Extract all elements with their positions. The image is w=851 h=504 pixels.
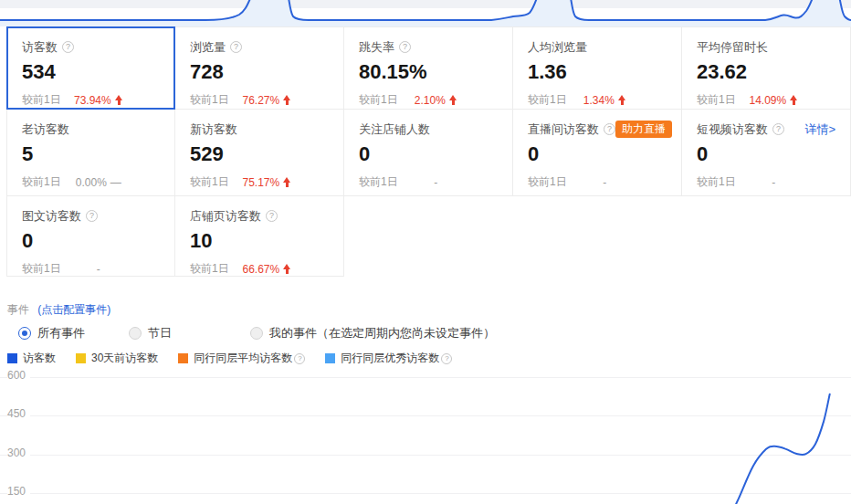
metric-card-head: 新访客数 [190, 121, 329, 137]
metric-label: 跳失率 [359, 39, 394, 56]
trend-up-icon [283, 95, 291, 105]
metric-card-head: 直播间访客数?助力直播 [528, 121, 667, 137]
metric-cards-grid: 访客数?534较前1日73.94%浏览量?728较前1日76.27%跳失率?80… [6, 26, 851, 277]
empty-cell [344, 196, 513, 277]
metric-card-bounce-rate[interactable]: 跳失率?80.15%较前1日2.10% [344, 26, 513, 110]
metric-card-head: 关注店铺人数 [359, 121, 498, 137]
info-icon[interactable]: ? [266, 210, 278, 222]
metric-label: 访客数 [22, 39, 58, 56]
metric-card-pageviews[interactable]: 浏览量?728较前1日76.27% [175, 26, 344, 110]
info-icon[interactable]: ? [604, 123, 615, 135]
legend-item-2[interactable]: 同行同层平均访客数? [178, 351, 305, 366]
metric-value: 0 [22, 229, 160, 253]
no-data-dash: - [603, 176, 606, 189]
metric-card-head: 跳失率? [359, 39, 498, 55]
no-data-dash: - [97, 263, 100, 276]
visitors-trend-chart: 600450300150 [0, 365, 851, 504]
metric-card-livestream-visitors[interactable]: 直播间访客数?助力直播0较前1日- [513, 110, 682, 196]
metric-card-head: 店铺页访客数? [190, 208, 329, 224]
compare-change: 2.10% [398, 94, 498, 107]
trend-up-icon [115, 95, 123, 105]
info-icon[interactable]: ? [230, 41, 242, 53]
metric-card-avg-stay-duration[interactable]: 平均停留时长23.62较前1日14.09% [682, 26, 851, 110]
compare-change-value: 1.34% [583, 94, 615, 107]
legend-item-1[interactable]: 30天前访客数 [76, 351, 158, 366]
metric-card-head: 访客数? [22, 39, 160, 55]
compare-change: 76.27% [229, 94, 329, 107]
trend-up-icon [790, 95, 798, 105]
info-icon[interactable]: ? [441, 353, 452, 364]
metric-card-views-per-visitor[interactable]: 人均浏览量1.36较前1日1.34% [513, 26, 682, 110]
info-icon[interactable]: ? [399, 41, 411, 53]
radio-icon [250, 327, 263, 340]
top-chart-fragment [0, 0, 851, 26]
metric-value: 529 [190, 142, 329, 166]
configure-events-link[interactable]: (点击配置事件) [37, 303, 110, 316]
trend-up-icon [618, 95, 626, 105]
metric-label: 人均浏览量 [528, 39, 587, 56]
info-icon[interactable]: ? [772, 123, 784, 135]
metric-card-image-text-visitors[interactable]: 图文访客数?0较前1日- [6, 196, 175, 277]
compare-change: 66.67% [229, 263, 329, 276]
metric-value: 5 [22, 142, 160, 166]
compare-change: 1.34% [567, 94, 667, 107]
metric-compare-row: 较前1日76.27% [190, 92, 329, 108]
events-title: 事件 [7, 303, 29, 316]
compare-label: 较前1日 [190, 174, 229, 190]
info-icon[interactable]: ? [294, 353, 305, 364]
compare-change: 75.17% [229, 176, 329, 189]
compare-change: - [736, 176, 835, 189]
compare-change-value: 66.67% [242, 263, 279, 276]
legend-swatch [7, 353, 17, 363]
metric-compare-row: 较前1日73.94% [22, 92, 160, 108]
compare-change-value: 75.17% [242, 176, 279, 189]
events-section: 事件 (点击配置事件) 所有事件节日我的事件（在选定周期内您尚未设定事件） [7, 302, 495, 341]
trend-up-icon [283, 177, 291, 187]
compare-label: 较前1日 [359, 92, 398, 108]
compare-change-value: 76.27% [242, 94, 279, 107]
radio-icon [18, 327, 31, 340]
compare-label: 较前1日 [697, 174, 736, 190]
metric-card-head: 老访客数 [22, 121, 160, 137]
metric-card-shop-page-visitors[interactable]: 店铺页访客数?10较前1日66.67% [175, 196, 344, 277]
metric-value: 728 [190, 60, 329, 84]
compare-label: 较前1日 [528, 174, 567, 190]
top-sparkline [0, 0, 851, 26]
metric-card-visitors[interactable]: 访客数?534较前1日73.94% [6, 26, 175, 110]
metric-compare-row: 较前1日- [697, 174, 835, 190]
trend-up-icon [449, 95, 457, 105]
radio-label: 节日 [148, 325, 172, 341]
radio-option-0[interactable]: 所有事件 [18, 325, 85, 341]
legend-swatch [178, 353, 188, 363]
compare-change: - [398, 176, 498, 189]
info-icon[interactable]: ? [62, 41, 74, 53]
compare-label: 较前1日 [22, 261, 61, 277]
metric-label: 新访客数 [190, 121, 237, 138]
legend-item-3[interactable]: 同行同层优秀访客数? [325, 351, 452, 366]
live-boost-badge[interactable]: 助力直播 [615, 121, 672, 138]
legend-item-0[interactable]: 访客数 [7, 351, 56, 366]
metric-card-returning-visitors[interactable]: 老访客数5较前1日0.00%— [6, 110, 175, 196]
flat-dash-icon: — [110, 176, 121, 189]
radio-option-1[interactable]: 节日 [129, 325, 172, 341]
metric-card-shop-followers[interactable]: 关注店铺人数0较前1日- [344, 110, 513, 196]
radio-icon [129, 327, 142, 340]
metric-compare-row: 较前1日0.00%— [22, 174, 160, 190]
metric-label: 浏览量 [190, 39, 226, 56]
radio-option-2[interactable]: 我的事件（在选定周期内您尚未设定事件） [250, 325, 495, 341]
compare-label: 较前1日 [697, 92, 736, 108]
compare-change-value: 0.00% [76, 176, 107, 189]
metric-compare-row: 较前1日14.09% [697, 92, 835, 108]
info-icon[interactable]: ? [86, 210, 98, 222]
metric-value: 534 [22, 60, 160, 84]
metric-card-new-visitors[interactable]: 新访客数529较前1日75.17% [175, 110, 344, 196]
metric-compare-row: 较前1日- [22, 261, 160, 277]
metric-card-short-video-visitors[interactable]: 短视频访客数?详情>0较前1日- [682, 110, 851, 196]
metric-value: 0 [528, 142, 667, 166]
metric-value: 10 [190, 229, 329, 253]
compare-change-value: 14.09% [749, 94, 786, 107]
compare-change-value: 2.10% [415, 94, 446, 107]
details-link[interactable]: 详情> [804, 121, 835, 138]
metric-card-head: 人均浏览量 [528, 39, 667, 55]
legend-swatch [325, 353, 335, 363]
